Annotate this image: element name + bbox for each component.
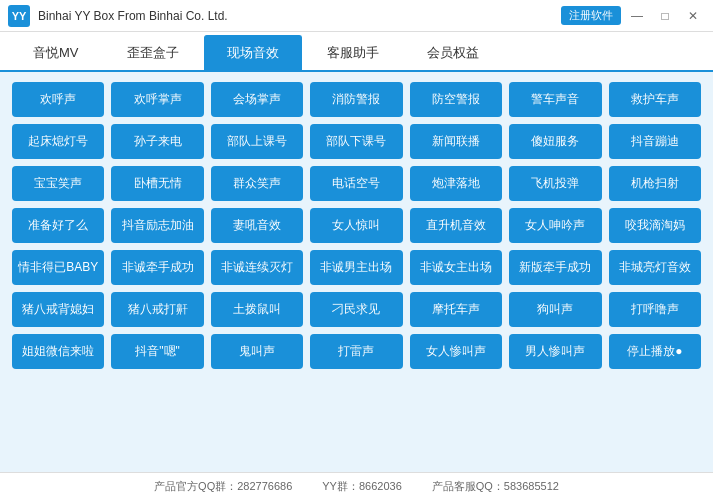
sound-button-30[interactable]: 非诚连续灭灯 [211,250,303,285]
sound-button-7[interactable]: 起床熄灯号 [12,124,104,159]
sound-button-15[interactable]: 卧槽无情 [111,166,203,201]
sound-button-45[interactable]: 打雷声 [310,334,402,369]
sound-button-5[interactable]: 警车声音 [509,82,601,117]
app-logo: YY [8,5,30,27]
tab-sound[interactable]: 现场音效 [204,35,302,70]
sound-button-33[interactable]: 新版牵手成功 [509,250,601,285]
sound-button-16[interactable]: 群众笑声 [211,166,303,201]
sound-button-34[interactable]: 非城亮灯音效 [609,250,701,285]
nav-tabs: 音悦MV歪歪盒子现场音效客服助手会员权益 [0,32,713,72]
sound-button-17[interactable]: 电话空号 [310,166,402,201]
sound-button-11[interactable]: 新闻联播 [410,124,502,159]
tab-vip[interactable]: 会员权益 [404,35,502,70]
sound-button-24[interactable]: 女人惊叫 [310,208,402,243]
sound-button-18[interactable]: 炮津落地 [410,166,502,201]
sound-button-1[interactable]: 欢呼掌声 [111,82,203,117]
tab-music[interactable]: 音悦MV [10,35,102,70]
minimize-button[interactable]: — [625,6,649,26]
sound-button-47[interactable]: 男人惨叫声 [509,334,601,369]
sound-button-10[interactable]: 部队下课号 [310,124,402,159]
footer: 产品官方QQ群：282776686 YY群：8662036 产品客服QQ：583… [0,472,713,500]
sound-button-37[interactable]: 土拨鼠叫 [211,292,303,327]
sound-button-44[interactable]: 鬼叫声 [211,334,303,369]
title-text: Binhai YY Box From Binhai Co. Ltd. [38,9,561,23]
main-content: 欢呼声欢呼掌声会场掌声消防警报防空警报警车声音救护车声起床熄灯号孙子来电部队上课… [0,72,713,472]
sound-button-3[interactable]: 消防警报 [310,82,402,117]
sound-button-32[interactable]: 非诚女主出场 [410,250,502,285]
sound-button-38[interactable]: 刁民求见 [310,292,402,327]
sound-button-31[interactable]: 非诚男主出场 [310,250,402,285]
sound-button-22[interactable]: 抖音励志加油 [111,208,203,243]
footer-qq: 产品官方QQ群：282776686 [154,479,292,494]
register-button[interactable]: 注册软件 [561,6,621,25]
close-button[interactable]: ✕ [681,6,705,26]
sound-button-grid: 欢呼声欢呼掌声会场掌声消防警报防空警报警车声音救护车声起床熄灯号孙子来电部队上课… [12,82,701,369]
sound-button-2[interactable]: 会场掌声 [211,82,303,117]
sound-button-25[interactable]: 直升机音效 [410,208,502,243]
sound-button-36[interactable]: 猪八戒打鼾 [111,292,203,327]
sound-button-23[interactable]: 妻吼音效 [211,208,303,243]
footer-yy: YY群：8662036 [322,479,402,494]
sound-button-39[interactable]: 摩托车声 [410,292,502,327]
sound-button-4[interactable]: 防空警报 [410,82,502,117]
sound-button-6[interactable]: 救护车声 [609,82,701,117]
sound-button-29[interactable]: 非诚牵手成功 [111,250,203,285]
sound-button-26[interactable]: 女人呻吟声 [509,208,601,243]
sound-button-27[interactable]: 咬我滴淘妈 [609,208,701,243]
sound-button-28[interactable]: 情非得已BABY [12,250,104,285]
title-bar: YY Binhai YY Box From Binhai Co. Ltd. 注册… [0,0,713,32]
title-actions: 注册软件 — □ ✕ [561,6,705,26]
sound-button-40[interactable]: 狗叫声 [509,292,601,327]
sound-button-14[interactable]: 宝宝笑声 [12,166,104,201]
sound-button-41[interactable]: 打呼噜声 [609,292,701,327]
footer-service: 产品客服QQ：583685512 [432,479,559,494]
sound-button-20[interactable]: 机枪扫射 [609,166,701,201]
sound-button-46[interactable]: 女人惨叫声 [410,334,502,369]
sound-button-42[interactable]: 姐姐微信来啦 [12,334,104,369]
sound-button-8[interactable]: 孙子来电 [111,124,203,159]
tab-service[interactable]: 客服助手 [304,35,402,70]
sound-button-13[interactable]: 抖音蹦迪 [609,124,701,159]
sound-button-19[interactable]: 飞机投弹 [509,166,601,201]
maximize-button[interactable]: □ [653,6,677,26]
tab-box[interactable]: 歪歪盒子 [104,35,202,70]
sound-button-48[interactable]: 停止播放● [609,334,701,369]
sound-button-12[interactable]: 傻妞服务 [509,124,601,159]
sound-button-21[interactable]: 准备好了么 [12,208,104,243]
sound-button-43[interactable]: 抖音"嗯" [111,334,203,369]
sound-button-9[interactable]: 部队上课号 [211,124,303,159]
sound-button-35[interactable]: 猪八戒背媳妇 [12,292,104,327]
sound-button-0[interactable]: 欢呼声 [12,82,104,117]
